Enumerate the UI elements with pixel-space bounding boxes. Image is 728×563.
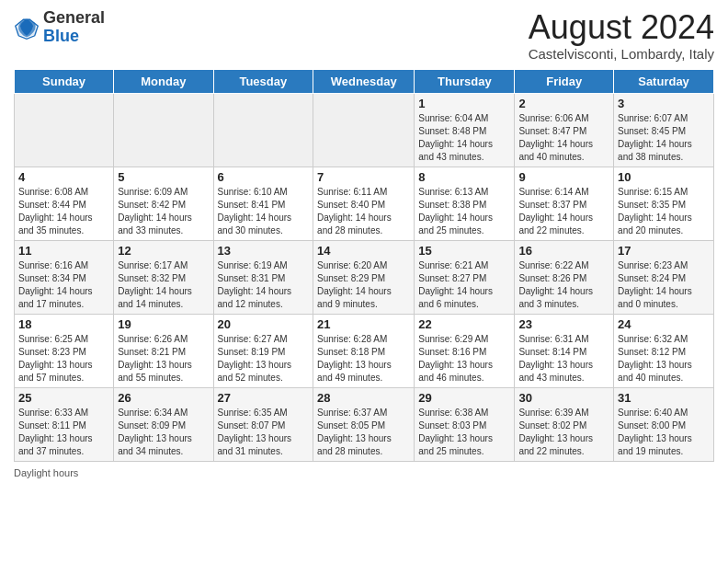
calendar-week-4: 18Sunrise: 6:25 AM Sunset: 8:23 PM Dayli… [15, 314, 714, 387]
day-info: Sunrise: 6:34 AM Sunset: 8:09 PM Dayligh… [118, 407, 209, 458]
calendar-cell: 7Sunrise: 6:11 AM Sunset: 8:40 PM Daylig… [313, 167, 415, 240]
calendar-cell: 21Sunrise: 6:28 AM Sunset: 8:18 PM Dayli… [313, 314, 415, 387]
day-number: 29 [418, 391, 510, 405]
day-number: 7 [317, 170, 410, 184]
calendar-cell: 18Sunrise: 6:25 AM Sunset: 8:23 PM Dayli… [15, 314, 114, 387]
day-number: 18 [18, 317, 109, 331]
calendar-cell: 19Sunrise: 6:26 AM Sunset: 8:21 PM Dayli… [114, 314, 213, 387]
day-info: Sunrise: 6:28 AM Sunset: 8:18 PM Dayligh… [317, 333, 410, 385]
day-number: 23 [518, 317, 609, 331]
calendar-cell: 13Sunrise: 6:19 AM Sunset: 8:31 PM Dayli… [213, 240, 313, 314]
calendar-body: 1Sunrise: 6:04 AM Sunset: 8:48 PM Daylig… [15, 93, 714, 461]
header-day-friday: Friday [515, 69, 614, 93]
day-number: 20 [218, 317, 310, 331]
day-info: Sunrise: 6:26 AM Sunset: 8:21 PM Dayligh… [118, 333, 209, 385]
header-day-thursday: Thursday [415, 69, 515, 93]
calendar-cell: 17Sunrise: 6:23 AM Sunset: 8:24 PM Dayli… [614, 240, 714, 314]
day-number: 31 [618, 391, 710, 405]
header-day-tuesday: Tuesday [213, 69, 313, 93]
daylight-label: Daylight hours [14, 467, 78, 478]
calendar-cell: 3Sunrise: 6:07 AM Sunset: 8:45 PM Daylig… [614, 93, 714, 167]
calendar-cell [313, 93, 415, 167]
day-number: 17 [618, 244, 710, 258]
day-info: Sunrise: 6:07 AM Sunset: 8:45 PM Dayligh… [618, 112, 710, 164]
calendar-week-5: 25Sunrise: 6:33 AM Sunset: 8:11 PM Dayli… [15, 387, 714, 461]
day-info: Sunrise: 6:21 AM Sunset: 8:27 PM Dayligh… [418, 259, 510, 311]
calendar-week-2: 4Sunrise: 6:08 AM Sunset: 8:44 PM Daylig… [15, 167, 714, 240]
day-info: Sunrise: 6:15 AM Sunset: 8:35 PM Dayligh… [618, 186, 710, 237]
day-number: 12 [118, 244, 209, 258]
calendar-cell: 8Sunrise: 6:13 AM Sunset: 8:38 PM Daylig… [415, 167, 515, 240]
day-number: 28 [317, 391, 410, 405]
day-number: 13 [218, 244, 310, 258]
calendar-cell: 16Sunrise: 6:22 AM Sunset: 8:26 PM Dayli… [515, 240, 614, 314]
day-info: Sunrise: 6:11 AM Sunset: 8:40 PM Dayligh… [317, 186, 410, 237]
day-info: Sunrise: 6:09 AM Sunset: 8:42 PM Dayligh… [118, 186, 209, 237]
day-info: Sunrise: 6:14 AM Sunset: 8:37 PM Dayligh… [518, 186, 609, 237]
day-number: 5 [118, 170, 209, 184]
calendar-cell: 9Sunrise: 6:14 AM Sunset: 8:37 PM Daylig… [515, 167, 614, 240]
calendar-cell: 23Sunrise: 6:31 AM Sunset: 8:14 PM Dayli… [515, 314, 614, 387]
header-row: SundayMondayTuesdayWednesdayThursdayFrid… [15, 69, 714, 93]
calendar-cell: 25Sunrise: 6:33 AM Sunset: 8:11 PM Dayli… [15, 387, 114, 461]
day-number: 3 [618, 97, 710, 110]
day-number: 30 [518, 391, 609, 405]
day-info: Sunrise: 6:31 AM Sunset: 8:14 PM Dayligh… [518, 333, 609, 385]
day-info: Sunrise: 6:25 AM Sunset: 8:23 PM Dayligh… [18, 333, 109, 385]
day-info: Sunrise: 6:16 AM Sunset: 8:34 PM Dayligh… [18, 259, 109, 311]
calendar-cell [15, 93, 114, 167]
calendar-cell: 15Sunrise: 6:21 AM Sunset: 8:27 PM Dayli… [415, 240, 515, 314]
day-info: Sunrise: 6:38 AM Sunset: 8:03 PM Dayligh… [418, 407, 510, 458]
logo-blue-text: Blue [43, 27, 79, 45]
logo-icon [14, 15, 40, 40]
calendar-cell: 29Sunrise: 6:38 AM Sunset: 8:03 PM Dayli… [415, 387, 515, 461]
day-number: 15 [418, 244, 510, 258]
day-number: 11 [18, 244, 109, 258]
month-year-title: August 2024 [529, 9, 714, 46]
calendar-cell: 26Sunrise: 6:34 AM Sunset: 8:09 PM Dayli… [114, 387, 213, 461]
calendar-cell: 1Sunrise: 6:04 AM Sunset: 8:48 PM Daylig… [415, 93, 515, 167]
day-number: 2 [518, 97, 609, 110]
day-number: 26 [118, 391, 209, 405]
day-number: 16 [518, 244, 609, 258]
day-info: Sunrise: 6:10 AM Sunset: 8:41 PM Dayligh… [218, 186, 310, 237]
day-number: 1 [418, 97, 510, 110]
footer: Daylight hours [14, 467, 714, 478]
day-info: Sunrise: 6:19 AM Sunset: 8:31 PM Dayligh… [218, 259, 310, 311]
calendar-cell: 11Sunrise: 6:16 AM Sunset: 8:34 PM Dayli… [15, 240, 114, 314]
day-number: 25 [18, 391, 109, 405]
day-number: 8 [418, 170, 510, 184]
day-info: Sunrise: 6:22 AM Sunset: 8:26 PM Dayligh… [518, 259, 609, 311]
logo-general-text: General [43, 8, 105, 27]
title-block: August 2024 Castelvisconti, Lombardy, It… [529, 9, 714, 62]
day-number: 27 [218, 391, 310, 405]
calendar-cell [114, 93, 213, 167]
day-info: Sunrise: 6:20 AM Sunset: 8:29 PM Dayligh… [317, 259, 410, 311]
calendar-cell: 20Sunrise: 6:27 AM Sunset: 8:19 PM Dayli… [213, 314, 313, 387]
header-day-saturday: Saturday [614, 69, 714, 93]
calendar-cell: 2Sunrise: 6:06 AM Sunset: 8:47 PM Daylig… [515, 93, 614, 167]
header-day-monday: Monday [114, 69, 213, 93]
day-info: Sunrise: 6:32 AM Sunset: 8:12 PM Dayligh… [618, 333, 710, 385]
header-day-wednesday: Wednesday [313, 69, 415, 93]
calendar-cell: 14Sunrise: 6:20 AM Sunset: 8:29 PM Dayli… [313, 240, 415, 314]
day-info: Sunrise: 6:27 AM Sunset: 8:19 PM Dayligh… [218, 333, 310, 385]
day-info: Sunrise: 6:40 AM Sunset: 8:00 PM Dayligh… [618, 407, 710, 458]
day-info: Sunrise: 6:17 AM Sunset: 8:32 PM Dayligh… [118, 259, 209, 311]
calendar-cell: 22Sunrise: 6:29 AM Sunset: 8:16 PM Dayli… [415, 314, 515, 387]
day-info: Sunrise: 6:06 AM Sunset: 8:47 PM Dayligh… [518, 112, 609, 164]
day-info: Sunrise: 6:23 AM Sunset: 8:24 PM Dayligh… [618, 259, 710, 311]
calendar-cell [213, 93, 313, 167]
calendar-week-1: 1Sunrise: 6:04 AM Sunset: 8:48 PM Daylig… [15, 93, 714, 167]
calendar-cell: 30Sunrise: 6:39 AM Sunset: 8:02 PM Dayli… [515, 387, 614, 461]
day-number: 4 [18, 170, 109, 184]
logo: General Blue [14, 9, 105, 46]
day-info: Sunrise: 6:04 AM Sunset: 8:48 PM Dayligh… [418, 112, 510, 164]
day-info: Sunrise: 6:13 AM Sunset: 8:38 PM Dayligh… [418, 186, 510, 237]
location-subtitle: Castelvisconti, Lombardy, Italy [529, 46, 714, 62]
day-number: 21 [317, 317, 410, 331]
day-info: Sunrise: 6:35 AM Sunset: 8:07 PM Dayligh… [218, 407, 310, 458]
day-info: Sunrise: 6:37 AM Sunset: 8:05 PM Dayligh… [317, 407, 410, 458]
calendar-table: SundayMondayTuesdayWednesdayThursdayFrid… [14, 69, 714, 462]
calendar-cell: 12Sunrise: 6:17 AM Sunset: 8:32 PM Dayli… [114, 240, 213, 314]
